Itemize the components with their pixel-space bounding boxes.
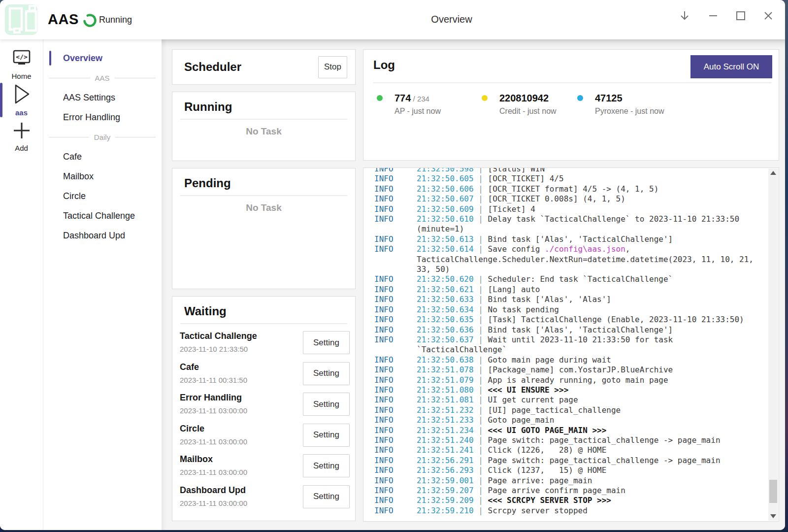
- log-level: INFO: [374, 375, 417, 385]
- log-entry: INFO21:32:59.207 | Page arrive confirm p…: [374, 486, 766, 496]
- scheduler-card: Scheduler Stop: [172, 49, 356, 85]
- log-message: 21:32:50.610 | Delay task `TacticalChall…: [417, 214, 766, 234]
- log-entry: INFO21:32:51.081 | UI get current page: [374, 395, 766, 405]
- log-message: 21:32:50.638 | Goto main page during wai…: [417, 355, 766, 365]
- log-entry: INFO21:32:51.241 | Click (1226, 28) @ HO…: [374, 445, 766, 455]
- status-text: Running: [99, 15, 132, 25]
- task-next-run: 2023-11-11 03:00:00: [180, 499, 247, 507]
- waiting-task-row: Dashboard Upd2023-11-11 03:00:00Setting: [180, 483, 350, 514]
- nav-section-daily: Daily: [44, 127, 162, 147]
- task-next-run: 2023-11-10 21:33:50: [180, 345, 248, 353]
- nav-item-aas-settings[interactable]: AAS Settings: [44, 88, 162, 107]
- maximize-button[interactable]: [733, 8, 748, 23]
- scheduler-title: Scheduler: [184, 60, 241, 74]
- stat-label: AP - just now: [394, 107, 441, 116]
- log-scrollbar[interactable]: [768, 168, 778, 521]
- running-card: Running No Task: [172, 92, 356, 161]
- section-divider: AAS: [49, 74, 156, 82]
- app-logo-icon: [5, 4, 37, 35]
- log-level: INFO: [374, 285, 417, 295]
- log-level: INFO: [374, 335, 417, 355]
- log-message: 21:32:50.607 | [OCR_TICKET 0.008s] (4, 1…: [417, 194, 766, 204]
- log-message: 21:32:50.613 | Bind task ['Alas', 'Tacti…: [417, 234, 766, 244]
- nav-item-label: Error Handling: [44, 112, 120, 123]
- setting-button-circle[interactable]: Setting: [303, 424, 350, 447]
- rail-item-add[interactable]: Add: [0, 121, 43, 152]
- scroll-up-icon[interactable]: [768, 171, 778, 175]
- nav-item-overview[interactable]: Overview: [44, 48, 162, 68]
- log-level: INFO: [374, 167, 417, 174]
- rail-item-home[interactable]: </> Home: [0, 48, 43, 80]
- nav-item-cafe[interactable]: Cafe: [44, 147, 162, 166]
- log-level: INFO: [374, 295, 417, 304]
- task-next-run: 2023-11-11 03:00:00: [180, 468, 247, 476]
- log-entry: INFO21:32:59.209 | <<< SCRCPY SERVER STO…: [374, 496, 766, 505]
- log-level: INFO: [374, 395, 417, 405]
- log-level: INFO: [374, 274, 417, 284]
- log-message: 21:32:50.620 | Scheduler: End task `Tact…: [417, 274, 766, 284]
- log-message: 21:32:51.078 | [Package_name] com.Yostar…: [417, 365, 766, 375]
- rail-active-indicator: [0, 83, 2, 117]
- content-area: Scheduler Stop Running No Task Pending N…: [162, 39, 785, 530]
- log-level: INFO: [374, 476, 417, 486]
- running-empty-text: No Task: [172, 126, 355, 137]
- stat-value: 774 / 234: [394, 93, 441, 104]
- log-message: 21:32:50.598 | [Status] WIN: [417, 167, 766, 174]
- rail-item-aas[interactable]: aas: [0, 84, 43, 117]
- task-name: Error Handling: [180, 393, 242, 403]
- close-button[interactable]: [761, 8, 776, 23]
- setting-button-tactical-challenge[interactable]: Setting: [303, 331, 350, 354]
- setting-button-mailbox[interactable]: Setting: [303, 454, 350, 477]
- nav-item-dashboard-upd[interactable]: Dashboard Upd: [44, 226, 162, 245]
- nav-item-circle[interactable]: Circle: [44, 186, 162, 206]
- log-entry: INFO21:32:51.078 | [Package_name] com.Yo…: [374, 365, 766, 375]
- log-message: 21:32:50.634 | No task pending: [417, 305, 766, 315]
- log-entry: INFO21:32:50.607 | [OCR_TICKET 0.008s] (…: [374, 194, 766, 204]
- log-level: INFO: [374, 426, 417, 435]
- waiting-task-row: Mailbox2023-11-11 03:00:00Setting: [180, 452, 350, 483]
- stat-value: 47125: [595, 93, 664, 104]
- log-message: 21:32:59.209 | <<< SCRCPY SERVER STOP >>…: [417, 496, 766, 505]
- log-level: INFO: [374, 365, 417, 375]
- auto-scroll-button[interactable]: Auto Scroll ON: [690, 55, 772, 78]
- log-entry: INFO21:32:50.598 | [Status] WIN: [374, 167, 766, 174]
- nav-item-mailbox[interactable]: Mailbox: [44, 166, 162, 186]
- minimize-button[interactable]: [706, 8, 721, 23]
- setting-button-error-handling[interactable]: Setting: [303, 393, 350, 416]
- task-next-run: 2023-11-11 03:00:00: [180, 437, 247, 446]
- log-level: INFO: [374, 184, 417, 194]
- setting-button-dashboard-upd[interactable]: Setting: [303, 485, 350, 508]
- task-name: Cafe: [180, 362, 199, 372]
- stat-dot-icon: [577, 95, 583, 101]
- log-entry: INFO21:32:50.635 | [Task] TacticalChalle…: [374, 315, 766, 325]
- scrollbar-thumb[interactable]: [769, 480, 777, 503]
- stat-dot-icon: [482, 95, 488, 101]
- log-header-card: Log Auto Scroll ON 774 / 234AP - just no…: [363, 49, 779, 161]
- setting-button-cafe[interactable]: Setting: [303, 362, 350, 385]
- nav-item-error-handling[interactable]: Error Handling: [44, 107, 162, 127]
- log-level: INFO: [374, 214, 417, 234]
- nav-item-tactical-challenge[interactable]: Tactical Challenge: [44, 206, 162, 226]
- log-entry: INFO21:32:50.613 | Bind task ['Alas', 'T…: [374, 234, 766, 244]
- running-spinner-icon: [83, 14, 97, 27]
- log-entry: INFO21:32:51.232 | [UI] page_tactical_ch…: [374, 405, 766, 415]
- log-entry: INFO21:32:50.620 | Scheduler: End task `…: [374, 274, 766, 284]
- app-title: AAS: [48, 11, 79, 28]
- task-next-run: 2023-11-11 03:00:00: [180, 406, 247, 415]
- log-level: INFO: [374, 204, 417, 214]
- download-arrow-button[interactable]: [677, 8, 692, 23]
- log-message: 21:32:51.080 | <<< UI ENSURE >>>: [417, 385, 766, 395]
- log-stat-credit: 220810942Credit - just now: [482, 93, 557, 116]
- log-entry: INFO21:32:51.080 | <<< UI ENSURE >>>: [374, 385, 766, 395]
- code-monitor-icon: </>: [12, 48, 32, 68]
- nav: OverviewAASAAS SettingsError HandlingDai…: [44, 39, 162, 530]
- log-level: INFO: [374, 456, 417, 466]
- scroll-down-icon[interactable]: [768, 514, 778, 518]
- stop-button[interactable]: Stop: [318, 56, 347, 78]
- stat-label: Pyroxene - just now: [595, 107, 664, 116]
- log-message: 21:32:51.232 | [UI] page_tactical_challe…: [417, 405, 766, 415]
- waiting-card: Waiting Tactical Challenge2023-11-10 21:…: [172, 296, 356, 521]
- svg-text:</>: </>: [16, 53, 28, 61]
- window-title: Overview: [431, 14, 472, 25]
- play-icon: [12, 84, 32, 104]
